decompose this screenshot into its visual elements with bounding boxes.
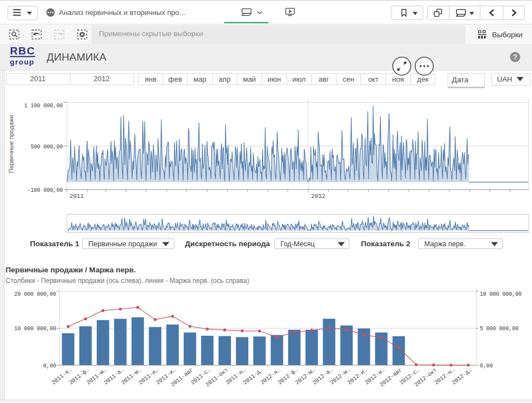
svg-text:2011: 2011 (69, 192, 84, 200)
svg-text:Выборки: Выборки (492, 31, 523, 39)
svg-text:RBC: RBC (10, 45, 35, 57)
svg-text:Первичные продажи: Первичные продажи (8, 115, 14, 173)
svg-text:Анализ первичных и вторичных п: Анализ первичных и вторичных про… (59, 8, 187, 17)
svg-text:ДИНАМИКА: ДИНАМИКА (47, 51, 107, 63)
svg-text:-100 000,00: -100 000,00 (27, 187, 63, 193)
svg-text:group: group (10, 58, 34, 66)
svg-text:Первичные продажи / Маржа перв: Первичные продажи / Маржа перв. (6, 266, 135, 274)
svg-text:?: ? (513, 53, 517, 61)
svg-text:5 000 000,00: 5 000 000,00 (480, 326, 519, 332)
svg-text:1 100 000,00: 1 100 000,00 (24, 103, 63, 109)
svg-text:10 000 000,00: 10 000 000,00 (480, 291, 522, 297)
svg-text:0,00: 0,00 (43, 363, 56, 369)
svg-text:0,00: 0,00 (480, 363, 493, 369)
svg-text:Столбики - Первичные продажи (: Столбики - Первичные продажи (ось слева)… (6, 277, 249, 285)
svg-text:2012: 2012 (311, 192, 325, 200)
svg-text:10 000 000,00: 10 000 000,00 (14, 326, 57, 332)
svg-text:20 000 000,00: 20 000 000,00 (14, 291, 57, 297)
svg-text:2012-д…: 2012-д… (450, 366, 473, 386)
svg-text:500 000,00: 500 000,00 (31, 144, 63, 150)
